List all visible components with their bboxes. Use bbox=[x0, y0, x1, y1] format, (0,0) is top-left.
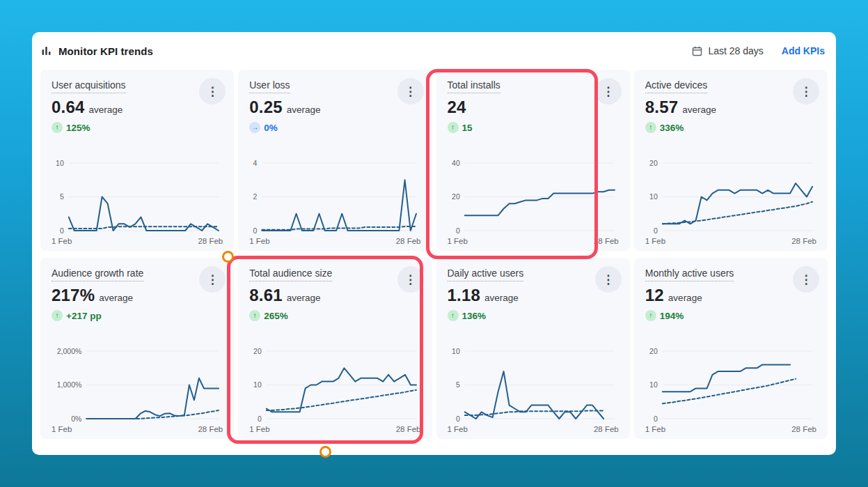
kpi-line-chart: 01020 bbox=[645, 346, 816, 424]
trend-arrow-icon: ↑ bbox=[52, 310, 63, 321]
svg-text:0: 0 bbox=[253, 226, 258, 235]
kebab-icon: ⋮ bbox=[404, 86, 416, 98]
kebab-menu-button[interactable]: ⋮ bbox=[793, 266, 819, 293]
svg-text:0%: 0% bbox=[71, 415, 81, 423]
kpi-value-row: 8.57 average bbox=[645, 98, 816, 117]
date-range-selector[interactable]: Last 28 days bbox=[692, 45, 763, 56]
kpi-card[interactable]: Total installs ⋮ 24 ↑ 15 02040 1 Feb 28 … bbox=[436, 70, 630, 251]
x-axis-start-label: 1 Feb bbox=[448, 237, 468, 245]
kpi-value-suffix: average bbox=[89, 105, 123, 115]
kebab-menu-button[interactable]: ⋮ bbox=[595, 78, 622, 105]
kpi-title[interactable]: User loss bbox=[249, 79, 290, 93]
svg-text:5: 5 bbox=[455, 380, 459, 389]
x-axis-start-label: 1 Feb bbox=[645, 425, 665, 433]
x-axis-end-label: 28 Feb bbox=[791, 237, 816, 245]
kpi-card[interactable]: User loss ⋮ 0.25 average → 0% 024 1 Feb … bbox=[238, 70, 432, 251]
x-axis-labels: 1 Feb 28 Feb bbox=[448, 237, 619, 245]
svg-text:10: 10 bbox=[56, 159, 64, 167]
kpi-line-chart: 01020 bbox=[645, 157, 816, 235]
kebab-icon: ⋮ bbox=[602, 86, 614, 98]
kebab-icon: ⋮ bbox=[602, 274, 614, 286]
kpi-change-value: 265% bbox=[264, 311, 288, 321]
svg-text:1,000%: 1,000% bbox=[57, 380, 82, 389]
kpi-title[interactable]: Active devices bbox=[645, 79, 707, 93]
svg-text:20: 20 bbox=[649, 159, 658, 167]
kpi-change-value: 136% bbox=[462, 311, 487, 321]
kebab-icon: ⋮ bbox=[800, 86, 812, 98]
kebab-menu-button[interactable]: ⋮ bbox=[199, 78, 226, 105]
kpi-line-chart: 0%1,000%2,000% bbox=[52, 346, 223, 424]
kpi-title[interactable]: Daily active users bbox=[448, 268, 524, 281]
kpi-value-row: 0.25 average bbox=[249, 98, 420, 117]
kebab-icon: ⋮ bbox=[207, 86, 219, 98]
kpi-change-badge: ↑ 15 bbox=[448, 122, 619, 133]
kpi-card[interactable]: User acquisitions ⋮ 0.64 average ↑ 125% … bbox=[40, 70, 234, 251]
kpi-card[interactable]: Active devices ⋮ 8.57 average ↑ 336% 010… bbox=[634, 70, 828, 251]
kpi-title[interactable]: Monthly active users bbox=[645, 268, 734, 281]
kebab-menu-button[interactable]: ⋮ bbox=[595, 266, 622, 293]
kpi-title[interactable]: User acquisitions bbox=[52, 79, 126, 93]
kpi-card[interactable]: Total audience size ⋮ 8.61 average ↑ 265… bbox=[238, 258, 432, 439]
kpi-trends-panel: Monitor KPI trends Last 28 days Add KPIs… bbox=[32, 32, 836, 455]
trend-arrow-icon: ↑ bbox=[249, 310, 260, 321]
kpi-line-chart: 024 bbox=[249, 157, 420, 235]
kpi-change-badge: ↑ 136% bbox=[448, 310, 619, 321]
kpi-title[interactable]: Total installs bbox=[448, 79, 500, 93]
kpi-change-badge: → 0% bbox=[249, 122, 420, 133]
calendar-icon bbox=[692, 46, 702, 56]
kpi-change-badge: ↑ +217 pp bbox=[52, 310, 223, 321]
svg-text:20: 20 bbox=[452, 192, 460, 201]
kpi-card[interactable]: Audience growth rate ⋮ 217% average ↑ +2… bbox=[40, 258, 234, 439]
svg-text:40: 40 bbox=[452, 159, 460, 167]
svg-text:0: 0 bbox=[654, 415, 658, 423]
kpi-card[interactable]: Daily active users ⋮ 1.18 average ↑ 136%… bbox=[436, 258, 630, 439]
kpi-value-row: 0.64 average bbox=[52, 98, 223, 117]
kpi-line-chart: 02040 bbox=[448, 157, 619, 235]
trend-arrow-icon: → bbox=[249, 122, 260, 133]
svg-text:0: 0 bbox=[654, 226, 658, 235]
kpi-value: 12 bbox=[645, 286, 664, 305]
kpi-value-suffix: average bbox=[484, 293, 519, 303]
x-axis-end-label: 28 Feb bbox=[594, 425, 619, 433]
x-axis-start-label: 1 Feb bbox=[249, 425, 269, 433]
svg-text:20: 20 bbox=[649, 347, 658, 355]
x-axis-start-label: 1 Feb bbox=[52, 237, 72, 245]
svg-text:2: 2 bbox=[253, 192, 258, 201]
kpi-card[interactable]: Monthly active users ⋮ 12 average ↑ 194%… bbox=[634, 258, 828, 439]
kpi-title[interactable]: Audience growth rate bbox=[52, 268, 143, 281]
kpi-value: 0.25 bbox=[249, 98, 283, 117]
kpi-change-badge: ↑ 265% bbox=[249, 310, 420, 321]
x-axis-labels: 1 Feb 28 Feb bbox=[249, 425, 420, 433]
date-range-label: Last 28 days bbox=[708, 45, 763, 56]
x-axis-labels: 1 Feb 28 Feb bbox=[645, 237, 816, 245]
kebab-menu-button[interactable]: ⋮ bbox=[793, 78, 819, 105]
page-title: Monitor KPI trends bbox=[58, 45, 153, 57]
kpi-value: 217% bbox=[52, 286, 95, 305]
kpi-change-value: 336% bbox=[660, 123, 684, 133]
x-axis-labels: 1 Feb 28 Feb bbox=[249, 237, 420, 245]
x-axis-labels: 1 Feb 28 Feb bbox=[52, 425, 223, 433]
x-axis-end-label: 28 Feb bbox=[594, 237, 619, 245]
kpi-value-row: 24 bbox=[448, 98, 619, 117]
x-axis-labels: 1 Feb 28 Feb bbox=[448, 425, 619, 433]
svg-text:0: 0 bbox=[60, 226, 64, 235]
x-axis-end-label: 28 Feb bbox=[198, 425, 223, 433]
kpi-change-value: 15 bbox=[462, 123, 473, 133]
kebab-menu-button[interactable]: ⋮ bbox=[397, 266, 424, 293]
svg-text:2,000%: 2,000% bbox=[57, 347, 82, 355]
x-axis-start-label: 1 Feb bbox=[448, 425, 468, 433]
kpi-value: 8.61 bbox=[249, 286, 283, 305]
kpi-title[interactable]: Total audience size bbox=[249, 268, 332, 281]
kpi-value: 24 bbox=[448, 98, 466, 117]
panel-header: Monitor KPI trends Last 28 days Add KPIs bbox=[32, 32, 836, 70]
trend-arrow-icon: ↑ bbox=[448, 122, 459, 133]
kpi-line-chart: 0510 bbox=[448, 346, 619, 424]
kebab-menu-button[interactable]: ⋮ bbox=[397, 78, 424, 105]
kebab-menu-button[interactable]: ⋮ bbox=[199, 266, 226, 293]
x-axis-end-label: 28 Feb bbox=[791, 425, 816, 433]
kpi-value-row: 12 average bbox=[645, 286, 816, 305]
add-kpis-button[interactable]: Add KPIs bbox=[782, 45, 825, 56]
kpi-value-row: 217% average bbox=[52, 286, 223, 305]
x-axis-labels: 1 Feb 28 Feb bbox=[645, 425, 816, 433]
kpi-value-row: 1.18 average bbox=[448, 286, 619, 305]
